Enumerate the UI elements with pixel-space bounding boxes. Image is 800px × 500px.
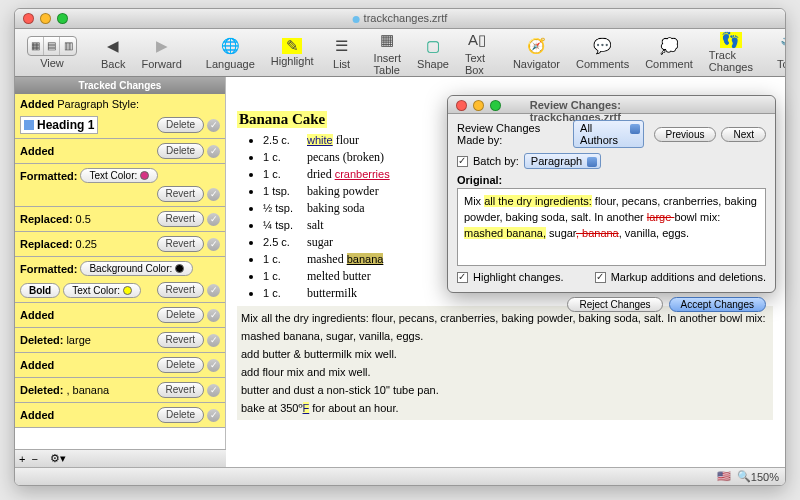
original-label: Original: bbox=[457, 174, 766, 186]
reject-button[interactable]: Reject Changes bbox=[567, 297, 662, 312]
navigator-button[interactable]: 🧭Navigator bbox=[507, 33, 566, 72]
change-row[interactable]: Formatted:Text Color:Revert✓ bbox=[15, 164, 225, 207]
revert-button[interactable]: Revert bbox=[157, 382, 204, 398]
revert-button[interactable]: Revert bbox=[157, 186, 204, 202]
review-title-bar[interactable]: Review Changes: trackchanges.zrtf bbox=[448, 96, 775, 114]
gear-icon[interactable]: ⚙▾ bbox=[50, 452, 66, 465]
delete-button[interactable]: Delete bbox=[157, 407, 204, 423]
list-button[interactable]: ☰List bbox=[324, 33, 360, 72]
close-icon[interactable] bbox=[23, 13, 34, 24]
close-icon[interactable] bbox=[456, 100, 467, 111]
sidebar: Tracked Changes Added Paragraph Style:He… bbox=[15, 77, 226, 467]
change-row[interactable]: Deleted: , bananaRevert✓ bbox=[15, 378, 225, 403]
minimize-icon[interactable] bbox=[40, 13, 51, 24]
revert-button[interactable]: Revert bbox=[157, 332, 204, 348]
change-row[interactable]: Added Paragraph Style:Heading 1Delete✓ bbox=[15, 94, 225, 139]
review-changes-window[interactable]: Review Changes: trackchanges.zrtf Review… bbox=[447, 95, 776, 293]
forward-button[interactable]: ▶Forward bbox=[135, 33, 187, 72]
delete-button[interactable]: Delete bbox=[157, 117, 204, 133]
original-text: Mix all the dry ingredients: flour, peca… bbox=[457, 188, 766, 266]
status-bar: 🇺🇸 🔍 150% bbox=[15, 467, 785, 485]
delete-button[interactable]: Delete bbox=[157, 143, 204, 159]
shape-button[interactable]: ▢Shape bbox=[411, 33, 455, 72]
remove-icon[interactable]: − bbox=[31, 453, 37, 465]
tracked-changes-list: Added Paragraph Style:Heading 1Delete✓Ad… bbox=[15, 94, 225, 449]
zoom-icon[interactable] bbox=[57, 13, 68, 24]
batch-select[interactable]: Paragraph bbox=[524, 153, 601, 169]
insert-table-button[interactable]: ▦Insert Table bbox=[368, 27, 408, 78]
tools-button[interactable]: 🔧Tools bbox=[771, 33, 786, 72]
title-bar[interactable]: trackchanges.zrtf bbox=[15, 9, 785, 29]
comments-button[interactable]: 💬Comments bbox=[570, 33, 635, 72]
flag-icon[interactable]: 🇺🇸 bbox=[717, 470, 731, 483]
change-row[interactable]: Replaced: 0.5Revert✓ bbox=[15, 207, 225, 232]
accept-button[interactable]: Accept Changes bbox=[669, 297, 766, 312]
text-box-button[interactable]: A▯Text Box bbox=[459, 27, 495, 78]
markup-checkbox[interactable] bbox=[595, 272, 606, 283]
change-row[interactable]: AddedDelete✓ bbox=[15, 303, 225, 328]
sidebar-footer: + − ⚙▾ bbox=[15, 449, 226, 467]
sidebar-header: Tracked Changes bbox=[15, 77, 225, 94]
change-row[interactable]: Formatted:Background Color:BoldText Colo… bbox=[15, 257, 225, 303]
delete-button[interactable]: Delete bbox=[157, 307, 204, 323]
made-by-select[interactable]: All Authors bbox=[573, 120, 643, 148]
back-button[interactable]: ◀Back bbox=[95, 33, 131, 72]
change-row[interactable]: AddedDelete✓ bbox=[15, 403, 225, 428]
highlight-checkbox[interactable] bbox=[457, 272, 468, 283]
comment-button[interactable]: 💭Comment bbox=[639, 33, 699, 72]
made-by-label: Review Changes Made by: bbox=[457, 122, 568, 146]
change-row[interactable]: AddedDelete✓ bbox=[15, 139, 225, 164]
paragraph: Mix all the dry ingredients: flour, peca… bbox=[237, 306, 773, 420]
change-row[interactable]: AddedDelete✓ bbox=[15, 353, 225, 378]
window-title: trackchanges.zrtf bbox=[353, 12, 448, 24]
next-button[interactable]: Next bbox=[721, 127, 766, 142]
revert-button[interactable]: Revert bbox=[157, 211, 204, 227]
toolbar: ▦▤▥View ◀Back ▶Forward 🌐Language ✎Highli… bbox=[15, 29, 785, 77]
previous-button[interactable]: Previous bbox=[654, 127, 717, 142]
traffic-lights bbox=[23, 13, 68, 24]
revert-button[interactable]: Revert bbox=[157, 282, 204, 298]
minimize-icon[interactable] bbox=[473, 100, 484, 111]
revert-button[interactable]: Revert bbox=[157, 236, 204, 252]
page-title: Banana Cake bbox=[237, 111, 327, 128]
change-row[interactable]: Deleted: largeRevert✓ bbox=[15, 328, 225, 353]
highlight-button[interactable]: ✎Highlight bbox=[265, 36, 320, 69]
view-button[interactable]: ▦▤▥View bbox=[21, 34, 83, 71]
change-row[interactable]: Replaced: 0.25Revert✓ bbox=[15, 232, 225, 257]
track-changes-button[interactable]: 👣Track Changes bbox=[703, 30, 759, 75]
delete-button[interactable]: Delete bbox=[157, 357, 204, 373]
batch-label: Batch by: bbox=[473, 155, 519, 167]
check-icon[interactable]: ✓ bbox=[207, 119, 220, 132]
zoom-icon[interactable]: 🔍 bbox=[737, 470, 751, 483]
language-button[interactable]: 🌐Language bbox=[200, 33, 261, 72]
add-icon[interactable]: + bbox=[19, 453, 25, 465]
zoom-icon[interactable] bbox=[490, 100, 501, 111]
zoom-value[interactable]: 150% bbox=[751, 471, 779, 483]
batch-checkbox[interactable] bbox=[457, 156, 468, 167]
